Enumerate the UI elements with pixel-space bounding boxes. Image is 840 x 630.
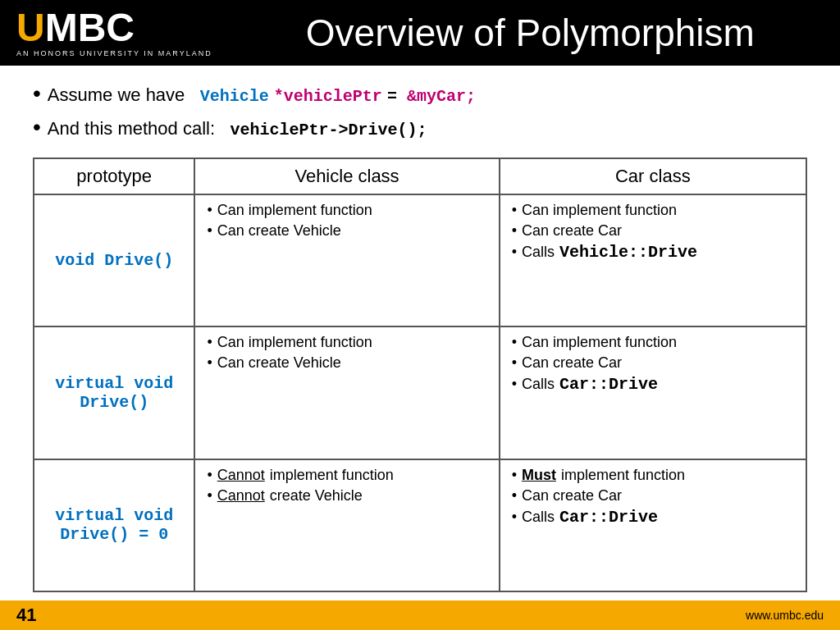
prototype-3: virtual void Drive() = 0 [34,459,194,591]
website-url: www.umbc.edu [746,609,824,622]
cannot-implement: Cannot [217,467,265,484]
cannot-create: Cannot [217,487,265,504]
header: UMBC AN HONORS UNIVERSITY IN MARYLAND Ov… [0,0,840,66]
car-list-3: Must implement function Can create Car C… [512,467,794,527]
table-row-1: void Drive() Can implement function Can … [34,194,806,326]
code-car-drive-2: Car::Drive [559,375,658,394]
list-item: Can create Car [512,222,794,240]
vehicle-list-2: Can implement function Can create Vehicl… [207,334,486,372]
table-row-2: virtual void Drive() Can implement funct… [34,326,806,459]
car-list-2: Can implement function Can create Car Ca… [512,334,794,394]
bullet-2: • And this method call: vehiclePtr->Driv… [33,116,807,139]
car-cell-2: Can implement function Can create Car Ca… [500,326,806,459]
car-cell-1: Can implement function Can create Car Ca… [500,194,806,326]
code-car-drive-3: Car::Drive [559,508,658,527]
proto-3-line1: virtual void [55,506,173,525]
col-prototype: prototype [34,158,194,194]
col-vehicle-class: Vehicle class [194,158,499,194]
proto-1-text: void Drive() [55,251,173,270]
code-mycar: &myCar; [407,87,476,106]
code-vehicle: Vehicle [200,87,269,106]
must-implement: Must [522,467,556,484]
table-row-3: virtual void Drive() = 0 Cannot implemen… [34,459,806,591]
list-item: Calls Car::Drive [512,508,794,527]
logo-area: UMBC AN HONORS UNIVERSITY IN MARYLAND [16,8,212,57]
list-item: Can create Car [512,487,794,504]
vehicle-cell-1: Can implement function Can create Vehicl… [194,194,499,326]
code-vehicleptr: *vehiclePtr [274,87,382,106]
bullet-1: • Assume we have Vehicle *vehiclePtr = &… [33,82,807,106]
list-item: Can create Vehicle [207,354,486,372]
proto-3-line2: Drive() = 0 [60,525,168,544]
list-item: Calls Car::Drive [512,375,794,394]
footer: 41 www.umbc.edu [0,600,840,630]
table-header-row: prototype Vehicle class Car class [34,158,806,194]
code-method-call: vehiclePtr->Drive(); [230,121,427,139]
list-item: Cannot implement function [207,467,486,484]
slide-title: Overview of Polymorphism [237,11,824,55]
car-cell-3: Must implement function Can create Car C… [500,459,806,591]
vehicle-list-1: Can implement function Can create Vehicl… [207,202,486,240]
vehicle-cell-3: Cannot implement function Cannot create … [194,459,499,591]
page-number: 41 [16,605,36,626]
list-item: Cannot create Vehicle [207,487,486,504]
proto-2-line2: Drive() [80,393,148,412]
vehicle-list-3: Cannot implement function Cannot create … [207,467,486,504]
prototype-2: virtual void Drive() [34,326,194,459]
list-item: Can implement function [207,202,486,219]
code-vehicle-drive: Vehicle::Drive [559,243,697,262]
bullet-dot-1: • [33,82,41,105]
polymorphism-table: prototype Vehicle class Car class void D… [33,158,807,592]
list-item: Calls Vehicle::Drive [512,243,794,262]
proto-2-line1: virtual void [55,374,173,393]
col-car-class: Car class [500,158,806,194]
car-list-1: Can implement function Can create Car Ca… [512,202,794,262]
bullet-dot-2: • [33,116,41,139]
list-item: Can create Car [512,354,794,372]
list-item: Must implement function [512,467,794,484]
bullet-2-text: And this method call: vehiclePtr->Drive(… [48,118,427,139]
vehicle-cell-2: Can implement function Can create Vehicl… [194,326,499,459]
list-item: Can implement function [512,334,794,351]
list-item: Can implement function [512,202,794,219]
prototype-1: void Drive() [34,194,194,326]
list-item: Can create Vehicle [207,222,486,240]
main-content: • Assume we have Vehicle *vehiclePtr = &… [0,66,840,600]
umbc-logo: UMBC [16,8,212,48]
code-assign: = [387,87,407,106]
bullet-1-text: Assume we have Vehicle *vehiclePtr = &my… [48,84,476,106]
honors-tagline: AN HONORS UNIVERSITY IN MARYLAND [16,49,212,57]
list-item: Can implement function [207,334,486,351]
